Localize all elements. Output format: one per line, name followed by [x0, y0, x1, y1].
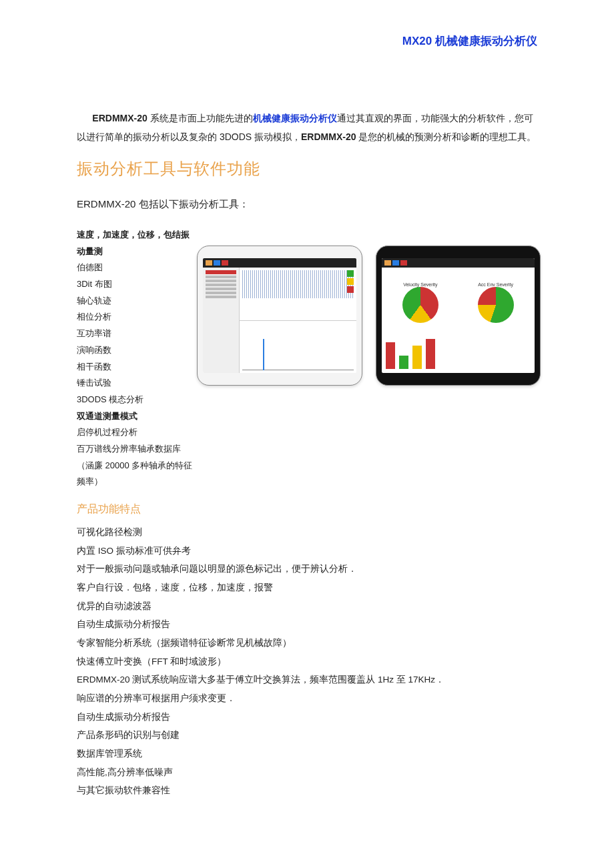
feature-list-item: ERDMMX-20 测试系统响应谱大多基于傅立叶交换算法，频率范围覆盖从 1Hz…	[77, 671, 541, 689]
tablet-right-screen: Velocity Severity Acc Env Severity	[382, 258, 535, 373]
spectrum-plot-icon	[240, 321, 356, 374]
tool-list-item: 演响函数	[77, 342, 197, 359]
feature-list-item: 自动生成振动分析报告	[77, 708, 541, 727]
intro-product-link[interactable]: 机械健康振动分析仪	[253, 113, 337, 123]
feature-list-item: 快速傅立叶变换（FFT 和时域波形）	[77, 653, 541, 671]
tool-list-item: 启停机过程分析	[77, 424, 197, 441]
tool-list-item: 3Dit 布图	[77, 276, 197, 293]
feature-list-item: 优异的自动滤波器	[77, 597, 541, 616]
app-toolbar-icon	[203, 258, 356, 268]
bar-icon	[412, 346, 422, 369]
feature-list-item: 响应谱的分辨率可根据用户须求变更．	[77, 689, 541, 708]
pie-chart-icon	[402, 287, 438, 323]
tablet-left-screen	[203, 258, 356, 373]
bar-icon	[399, 356, 408, 369]
tool-list-item: 速度，加速度，位移，包结振动量测	[77, 227, 197, 260]
tool-list-item: 伯德图	[77, 260, 197, 276]
intro-bold2: ERDMMX-20	[301, 131, 356, 142]
acc-pie-chart: Acc Env Severity	[478, 282, 514, 323]
feature-list-item: 与其它振动软件兼容性	[77, 781, 541, 800]
intro-paragraph: ERDMMX-20 系统是市面上功能先进的机械健康振动分析仪通过其直观的界面，功…	[77, 109, 541, 146]
bar-icon	[426, 339, 435, 369]
pie-chart-icon	[478, 287, 514, 323]
document-page: MX20 机械健康振动分析仪 ERDMMX-20 系统是市面上功能先进的机械健康…	[0, 0, 614, 868]
tablet-right: Velocity Severity Acc Env Severity	[376, 246, 541, 386]
tool-list-item: 锤击试验	[77, 375, 197, 392]
app-sidebar-icon	[203, 268, 240, 373]
feature-list-item: 专家智能分析系统（据频谱特征诊断常见机械故障）	[77, 634, 541, 653]
page-title: MX20 机械健康振动分析仪	[77, 33, 541, 49]
feature-list-item: 数据库管理系统	[77, 745, 541, 763]
tablet-left	[197, 246, 362, 386]
tool-list-item: 百万谱线分辨率轴承数据库（涵廉 20000 多种轴承的特征频率）	[77, 441, 197, 490]
chart-label: Acc Env Severity	[478, 282, 514, 287]
tool-list: 速度，加速度，位移，包结振动量测伯德图3Dit 布图轴心轨迹相位分析互功率谱演响…	[77, 227, 197, 490]
feature-list-item: 可视化路径检测	[77, 523, 541, 542]
velocity-pie-chart: Velocity Severity	[402, 282, 438, 323]
tool-list-item: 3DODS 模态分析	[77, 392, 197, 408]
tools-row: 速度，加速度，位移，包结振动量测伯德图3Dit 布图轴心轨迹相位分析互功率谱演响…	[77, 227, 541, 490]
feature-list-item: 高性能,高分辨率低噪声	[77, 763, 541, 782]
feature-list: 可视化路径检测内置 ISO 振动标准可供弁考对于一般振动问题或轴承问题以明显的源…	[77, 523, 541, 800]
app-toolbar-icon	[382, 258, 535, 268]
intro-lead: ERDMMX-20	[92, 113, 147, 123]
intro-seg3: 是您的机械的预测分析和诊断的理想工具。	[356, 131, 536, 142]
feature-list-item: 产品条形码的识别与创建	[77, 726, 541, 745]
tool-list-item: 互功率谱	[77, 326, 197, 342]
chart-label: Velocity Severity	[402, 282, 438, 287]
tool-list-item: 轴心轨迹	[77, 293, 197, 310]
tablet-images: Velocity Severity Acc Env Severity	[197, 227, 541, 386]
section-heading-tools: 振动分析工具与软件功能	[77, 158, 541, 179]
tool-list-item: 相干函数	[77, 359, 197, 376]
waveform-plot-icon	[240, 268, 356, 321]
feature-list-item: 内置 ISO 振动标准可供弁考	[77, 542, 541, 560]
feature-list-item: 对于一般振动问题或轴承问题以明显的源色标记出，便于辨认分析．	[77, 560, 541, 578]
tool-list-item: 相位分析	[77, 309, 197, 326]
bar-icon	[386, 342, 395, 369]
intro-seg1: 系统是市面上功能先进的	[147, 113, 253, 123]
feature-list-item: 客户自行设．包络，速度，位移，加速度，报警	[77, 578, 541, 597]
tools-subheading: ERDMMX-20 包括以下振动分析工具：	[77, 198, 541, 211]
severity-bars	[386, 336, 531, 369]
feature-list-item: 自动生成振动分析报告	[77, 615, 541, 634]
tool-list-item: 双通道测量模式	[77, 408, 197, 425]
section-heading-features: 产品功能特点	[77, 502, 541, 516]
